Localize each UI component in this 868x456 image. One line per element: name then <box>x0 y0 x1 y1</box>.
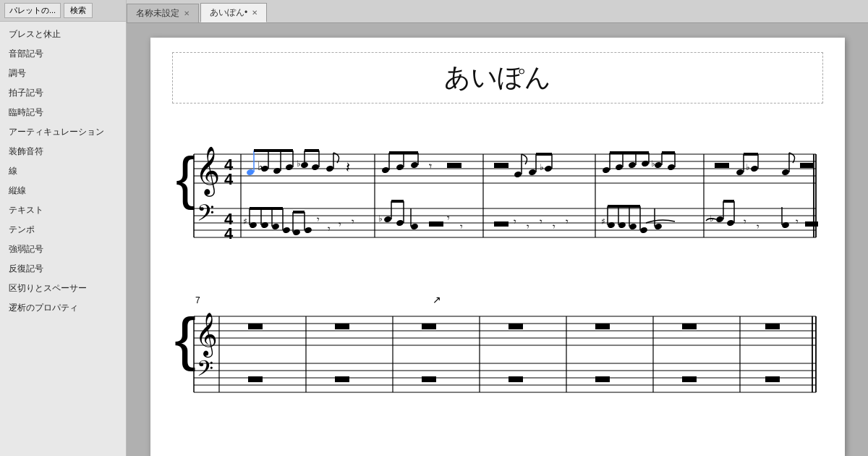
staff-system-2: 7 ↗ { 𝄞 <box>172 287 823 406</box>
sidebar-item[interactable]: ブレスと休止 <box>0 25 126 44</box>
svg-point-136 <box>715 216 724 223</box>
svg-point-44 <box>381 166 390 174</box>
svg-text:{: { <box>174 305 196 371</box>
svg-rect-173 <box>335 324 349 329</box>
tab-bar: 名称未設定✕あいぽん•✕ <box>127 0 868 23</box>
svg-rect-177 <box>682 324 697 329</box>
svg-text:♯: ♯ <box>601 216 605 227</box>
sidebar-item[interactable]: テンポ <box>0 220 126 240</box>
svg-point-90 <box>260 221 269 229</box>
sidebar-item[interactable]: アーティキュレーション <box>0 122 126 142</box>
svg-point-107 <box>383 216 392 223</box>
search-button[interactable]: 検索 <box>64 3 93 18</box>
score-page: あいぽん { 𝄞 4 4 <box>150 38 845 456</box>
svg-point-81 <box>750 165 759 172</box>
svg-rect-114 <box>429 221 443 227</box>
staff-svg-1: { 𝄞 4 4 <box>172 118 823 263</box>
svg-text:♭: ♭ <box>746 162 750 172</box>
sidebar-item[interactable]: 拍子記号 <box>0 83 126 103</box>
svg-rect-181 <box>422 376 436 382</box>
svg-text:𝄞: 𝄞 <box>195 146 220 197</box>
svg-rect-52 <box>447 163 461 168</box>
sidebar-item[interactable]: 調号 <box>0 64 126 83</box>
sidebar-item[interactable]: 音部記号 <box>0 44 126 64</box>
svg-point-92 <box>271 223 280 230</box>
svg-text:𝄾: 𝄾 <box>527 224 529 229</box>
svg-point-54 <box>514 171 522 178</box>
tab-あいぽん[interactable]: あいぽん•✕ <box>200 3 267 22</box>
tab-close-button[interactable]: ✕ <box>252 9 258 17</box>
svg-text:{: { <box>176 145 195 210</box>
svg-point-143 <box>781 221 790 229</box>
svg-point-62 <box>602 166 610 174</box>
main-area: 名称未設定✕あいぽん•✕ あいぽん { � <box>127 0 868 456</box>
svg-point-41 <box>326 165 334 172</box>
svg-rect-175 <box>509 324 523 329</box>
svg-text:𝄾: 𝄾 <box>757 224 760 229</box>
svg-rect-146 <box>805 221 818 227</box>
svg-point-64 <box>615 164 624 171</box>
svg-text:7: 7 <box>195 295 200 305</box>
svg-point-109 <box>396 219 404 227</box>
palette-button[interactable]: パレットの... <box>4 3 61 18</box>
svg-text:♭: ♭ <box>651 159 655 169</box>
svg-point-88 <box>249 221 258 229</box>
svg-point-84 <box>781 169 790 176</box>
sidebar-item[interactable]: 逻析のプロパティ <box>0 298 126 318</box>
svg-text:𝄾: 𝄾 <box>553 224 556 229</box>
tab-label: 名称未設定 <box>136 7 179 20</box>
sidebar-item[interactable]: 臨時記号 <box>0 103 126 122</box>
tab-label: あいぽん• <box>210 7 247 19</box>
svg-point-97 <box>292 229 301 236</box>
svg-point-38 <box>311 164 320 171</box>
svg-point-130 <box>639 227 648 234</box>
score-title: あいぽん <box>444 62 551 92</box>
svg-text:𝄾: 𝄾 <box>317 217 320 221</box>
tab-名称未設定[interactable]: 名称未設定✕ <box>127 4 199 22</box>
svg-point-128 <box>629 223 637 230</box>
svg-text:𝄾: 𝄾 <box>460 224 463 229</box>
title-box: あいぽん <box>172 52 823 104</box>
score-area[interactable]: あいぽん { 𝄞 4 4 <box>127 23 868 456</box>
sidebar-item[interactable]: 縦線 <box>0 181 126 200</box>
svg-rect-178 <box>765 324 780 329</box>
sidebar-toolbar: パレットの... 検索 <box>0 0 126 22</box>
sidebar-item[interactable]: 反復記号 <box>0 259 126 279</box>
svg-point-46 <box>396 164 404 171</box>
svg-rect-182 <box>509 376 523 382</box>
svg-text:𝄽: 𝄽 <box>346 162 350 172</box>
svg-point-124 <box>607 221 616 229</box>
svg-text:𝄾: 𝄾 <box>429 164 432 169</box>
palette-items: ブレスと休止音部記号調号拍子記号臨時記号アーティキュレーション装飾音符線縦線テキ… <box>0 22 126 321</box>
sidebar-item[interactable]: 装飾音符 <box>0 142 126 161</box>
svg-rect-86 <box>800 163 813 168</box>
svg-point-36 <box>300 161 309 169</box>
svg-rect-180 <box>335 376 349 382</box>
tab-close-button[interactable]: ✕ <box>184 9 190 17</box>
svg-point-59 <box>544 165 553 172</box>
svg-text:♭: ♭ <box>297 159 301 169</box>
svg-rect-183 <box>595 376 610 382</box>
sidebar-item[interactable]: テキスト <box>0 200 126 220</box>
svg-point-56 <box>528 169 537 176</box>
svg-point-99 <box>304 227 312 234</box>
svg-rect-174 <box>422 324 436 329</box>
sidebar-item[interactable]: 強弱記号 <box>0 240 126 259</box>
svg-rect-77 <box>715 163 729 168</box>
svg-rect-53 <box>494 163 509 168</box>
svg-point-48 <box>410 161 419 169</box>
svg-text:4: 4 <box>224 170 234 188</box>
svg-text:𝄢: 𝄢 <box>197 200 214 231</box>
svg-point-66 <box>628 161 637 169</box>
svg-rect-172 <box>248 324 263 329</box>
svg-rect-179 <box>248 376 263 382</box>
svg-text:𝄾: 𝄾 <box>447 216 450 220</box>
svg-point-30 <box>273 167 281 174</box>
sidebar-item[interactable]: 線 <box>0 161 126 181</box>
svg-point-112 <box>410 223 419 230</box>
sidebar: パレットの... 検索 ブレスと休止音部記号調号拍子記号臨時記号アーティキュレー… <box>0 0 127 456</box>
svg-text:𝄢: 𝄢 <box>197 357 213 386</box>
sidebar-item[interactable]: 区切りとスペーサー <box>0 279 126 298</box>
svg-text:4: 4 <box>224 224 234 242</box>
svg-point-126 <box>618 221 626 229</box>
